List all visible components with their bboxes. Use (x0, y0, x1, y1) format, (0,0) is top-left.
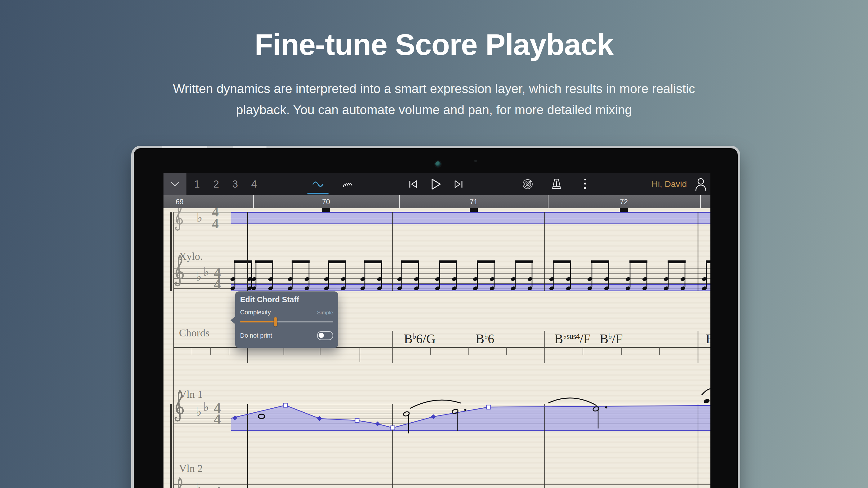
automation-handle-square[interactable] (283, 403, 287, 408)
do-not-print-label: Do not print (240, 332, 272, 339)
treble-clef-icon (176, 208, 182, 230)
time-signature: 4 (214, 412, 221, 427)
popup-arrow (230, 316, 236, 324)
time-signature: 4 (214, 484, 221, 488)
note-head (703, 398, 710, 404)
collapse-toolbar-button[interactable] (163, 173, 186, 195)
ruler-separator (548, 195, 549, 208)
skip-back-icon (409, 180, 418, 189)
measure-number: 70 (322, 195, 330, 208)
metronome-button[interactable] (549, 173, 564, 195)
automation-tool-button[interactable] (309, 173, 327, 195)
top-staff: ♭ 4 4 (174, 208, 710, 231)
mixer-button[interactable] (520, 173, 535, 195)
beat-ticks (192, 348, 659, 362)
voice-4-button[interactable]: 4 (247, 173, 261, 195)
metronome-icon (551, 178, 562, 190)
top-edge-notch (233, 146, 267, 148)
automation-band[interactable] (231, 285, 710, 291)
staff-label-xylo[interactable]: Xylo. (179, 251, 203, 262)
scribble-icon (342, 181, 353, 188)
edit-chord-staff-popup: Edit Chord Staff Complexity Simple Do no… (235, 291, 338, 348)
staff-bracket (170, 404, 172, 488)
treble-clef-icon (175, 478, 183, 488)
complexity-value: Simple (317, 310, 333, 316)
ruler-separator (399, 195, 400, 208)
user-icon (694, 177, 707, 191)
more-menu-button[interactable] (579, 173, 592, 195)
do-not-print-toggle[interactable] (317, 331, 333, 340)
augmentation-dot (464, 409, 467, 411)
page-subtitle: Written dynamics are interpreted into a … (0, 78, 868, 120)
tablet-device: 1 2 3 4 (131, 146, 740, 488)
complexity-label: Complexity (240, 309, 271, 316)
more-vertical-icon (583, 177, 587, 191)
chord-symbol[interactable]: B♭/F (600, 330, 623, 346)
vln2-staff: ♭ 4 (174, 478, 710, 488)
timeline-ruler[interactable]: 69 70 71 72 (163, 195, 710, 208)
staff-label-vln1[interactable]: Vln 1 (179, 388, 203, 400)
skip-forward-button[interactable] (452, 173, 466, 195)
chevron-down-icon (170, 182, 180, 187)
chord-symbol[interactable]: B♭6 (475, 330, 494, 346)
bar-marker[interactable] (470, 208, 478, 212)
staff-label-vln2[interactable]: Vln 2 (179, 463, 203, 474)
time-signature: 4 (214, 276, 221, 292)
voice-1-button[interactable]: 1 (190, 173, 204, 195)
staff-bracket (170, 213, 172, 291)
toolbar: 1 2 3 4 (163, 173, 710, 195)
flat-sign: ♭ (196, 481, 202, 488)
vln1-staff: ♭ ♭ 4 4 (174, 389, 710, 488)
active-tool-underline (307, 193, 329, 194)
scribble-tool-button[interactable] (339, 173, 356, 195)
measure-number: 71 (470, 195, 478, 208)
augmentation-dot (605, 406, 608, 409)
subtitle-line-1: Written dynamics are interpreted into a … (0, 78, 868, 99)
score-canvas[interactable]: ♭ 4 4 (163, 208, 710, 488)
ruler-separator (253, 195, 254, 208)
flat-sign: ♭ (203, 400, 209, 414)
measure-number: 72 (620, 195, 628, 208)
page-title: Fine-tune Score Playback (0, 27, 868, 62)
xylo-staff: ♭ ♭ 4 4 (174, 256, 710, 292)
slider-fill (240, 321, 276, 322)
subtitle-line-2: playback. You can automate volume and pa… (0, 99, 868, 120)
top-edge-notch (162, 146, 207, 148)
complexity-slider[interactable] (240, 321, 333, 322)
toggle-knob (319, 333, 324, 338)
play-button[interactable] (428, 173, 444, 195)
slider-thumb[interactable] (274, 317, 277, 326)
score-graphics: ♭ 4 4 (163, 208, 710, 488)
flat-sign: ♭ (196, 210, 203, 225)
camera-icon (434, 160, 442, 168)
chord-symbol[interactable]: E (706, 330, 710, 346)
automation-handle-square[interactable] (355, 419, 359, 423)
user-greeting[interactable]: Hi, David (651, 173, 687, 195)
account-button[interactable] (693, 173, 709, 195)
popup-title: Edit Chord Staff (240, 295, 299, 304)
bar-marker[interactable] (620, 208, 628, 212)
spiral-icon (522, 178, 534, 190)
bar-marker[interactable] (322, 208, 330, 212)
skip-back-button[interactable] (406, 173, 420, 195)
flat-sign: ♭ (196, 270, 202, 284)
page: Fine-tune Score Playback Written dynamic… (0, 0, 868, 488)
staff-label-chords[interactable]: Chords (179, 327, 209, 339)
slur (548, 398, 596, 405)
chord-symbol[interactable]: B♭sus4/F (554, 330, 591, 346)
app-screen: 1 2 3 4 (163, 173, 710, 488)
slur (702, 389, 710, 395)
light-sensor-icon (474, 160, 477, 162)
voice-3-button[interactable]: 3 (228, 173, 242, 195)
sine-wave-icon (312, 181, 323, 188)
automation-handle-square[interactable] (391, 426, 395, 430)
measure-number: 69 (176, 195, 184, 208)
skip-forward-icon (454, 180, 463, 189)
voice-2-button[interactable]: 2 (209, 173, 223, 195)
ruler-separator (700, 195, 701, 208)
automation-handle-square[interactable] (487, 405, 491, 409)
flat-sign: ♭ (203, 265, 209, 279)
play-icon (431, 178, 441, 190)
chord-symbol[interactable]: B♭6/G (404, 330, 436, 346)
flat-sign: ♭ (196, 405, 202, 419)
